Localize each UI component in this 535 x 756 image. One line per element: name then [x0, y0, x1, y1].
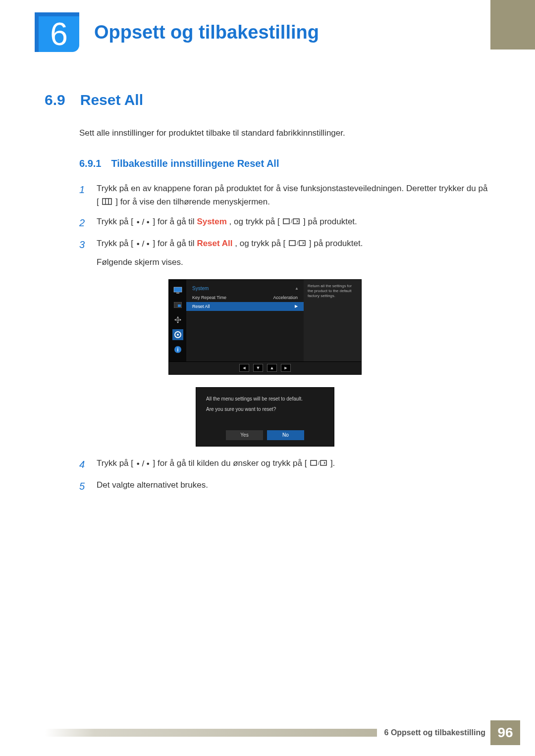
svg-rect-20: [321, 460, 326, 465]
step-number: 3: [79, 237, 89, 269]
highlight-system: System: [197, 217, 226, 226]
gear-icon: [172, 329, 183, 340]
step-number: 5: [79, 478, 89, 494]
move-icon: [172, 314, 183, 325]
osd-main: System ▲ Key Repeat Time Acceleration Re…: [186, 280, 361, 361]
step-text: Trykk på [ • / • ] for å gå til System ,…: [97, 215, 490, 231]
svg-point-15: [177, 334, 179, 336]
dialog-yes-button: Yes: [226, 430, 263, 440]
up-arrow-icon: ▲: [295, 286, 299, 291]
dot-slash-dot-icon: • / •: [137, 215, 150, 229]
subsection-number: 6.9.1: [79, 158, 101, 169]
dialog-no-button: No: [267, 430, 304, 440]
osd-screen: i System ▲ Key Repeat Time Acceleration …: [168, 279, 362, 362]
content: 6.9 Reset All Sett alle innstillinger fo…: [0, 52, 535, 494]
select-enter-icon: /: [310, 457, 327, 470]
chapter-number: 6: [50, 16, 68, 52]
subsection-header: 6.9.1 Tilbakestille innstillingene Reset…: [79, 158, 490, 169]
svg-rect-5: [293, 219, 299, 224]
step-text: Trykk på [ • / • ] for å gå til kilden d…: [97, 456, 490, 472]
step-5: 5 Det valgte alternativet brukes.: [79, 478, 490, 494]
step-text: Det valgte alternativet brukes.: [97, 478, 490, 494]
subsection-title: Tilbakestille innstillingene Reset All: [111, 158, 279, 169]
highlight-reset-all: Reset All: [197, 239, 232, 248]
info-icon: i: [172, 344, 183, 355]
svg-text:i: i: [177, 347, 178, 353]
osd-help-text: Return all the settings for the product …: [304, 280, 361, 361]
nav-up-icon: ▲: [267, 364, 277, 372]
osd-menu: System ▲ Key Repeat Time Acceleration Re…: [186, 280, 304, 361]
svg-rect-9: [174, 287, 182, 292]
nav-left-icon: ◄: [239, 364, 249, 372]
svg-rect-8: [299, 241, 305, 246]
step-number: 4: [79, 456, 89, 472]
step-text: Trykk på [ • / • ] for å gå til Reset Al…: [97, 237, 490, 269]
osd-menu-item-resetall: Reset All ▶: [186, 302, 304, 311]
chapter-title: Oppsett og tilbakestilling: [94, 22, 319, 43]
picture-icon: [172, 300, 183, 310]
dialog-buttons: Yes No: [206, 430, 324, 440]
svg-rect-10: [176, 293, 179, 294]
nav-down-icon: ▼: [253, 364, 263, 372]
svg-text:/: /: [291, 218, 293, 224]
select-enter-icon: /: [289, 237, 306, 251]
step-text: Trykk på en av knappene foran på produkt…: [97, 182, 490, 209]
svg-text:/: /: [297, 240, 299, 246]
step-1: 1 Trykk på en av knappene foran på produ…: [79, 182, 490, 209]
osd-menu-title: System: [186, 284, 214, 293]
nav-right-icon: ►: [281, 364, 291, 372]
svg-rect-6: [289, 241, 295, 246]
dot-slash-dot-icon: • / •: [137, 237, 150, 251]
step-2: 2 Trykk på [ • / • ] for å gå til System…: [79, 215, 490, 231]
step-number: 1: [79, 182, 89, 209]
dialog-screen: All the menu settings will be reset to d…: [196, 387, 334, 447]
chapter-header: 6 Oppsett og tilbakestilling: [0, 0, 535, 52]
select-enter-icon: /: [283, 215, 300, 229]
osd-navbar: ◄ ▼ ▲ ►: [168, 362, 362, 375]
dot-slash-dot-icon: • / •: [137, 457, 150, 470]
step-3: 3 Trykk på [ • / • ] for å gå til Reset …: [79, 237, 490, 269]
svg-rect-12: [178, 304, 181, 307]
chevron-right-icon: ▶: [295, 304, 298, 309]
svg-rect-13: [177, 319, 179, 321]
svg-rect-18: [311, 460, 317, 465]
step-4: 4 Trykk på [ • / • ] for å gå til kilden…: [79, 456, 490, 472]
svg-text:/: /: [318, 460, 320, 466]
chapter-tab: 6: [35, 12, 79, 52]
step-number: 2: [79, 215, 89, 231]
osd-sidebar: i: [169, 280, 186, 361]
section-number: 6.9: [45, 92, 65, 108]
osd-menu-item-keyrepeat: Key Repeat Time Acceleration: [186, 293, 304, 302]
top-bar-decoration: [490, 0, 535, 50]
step-followup: Følgende skjerm vises.: [97, 255, 490, 269]
menu-icon: [102, 196, 112, 209]
osd-container: i System ▲ Key Repeat Time Acceleration …: [168, 279, 362, 447]
section-intro: Sett alle innstillinger for produktet ti…: [79, 128, 490, 138]
section-title: Reset All: [80, 92, 143, 108]
dialog-text: All the menu settings will be reset to d…: [206, 395, 324, 413]
display-icon: [172, 285, 183, 296]
svg-rect-0: [103, 199, 111, 204]
section-header: 6.9 Reset All: [45, 92, 490, 108]
svg-rect-3: [283, 219, 289, 224]
